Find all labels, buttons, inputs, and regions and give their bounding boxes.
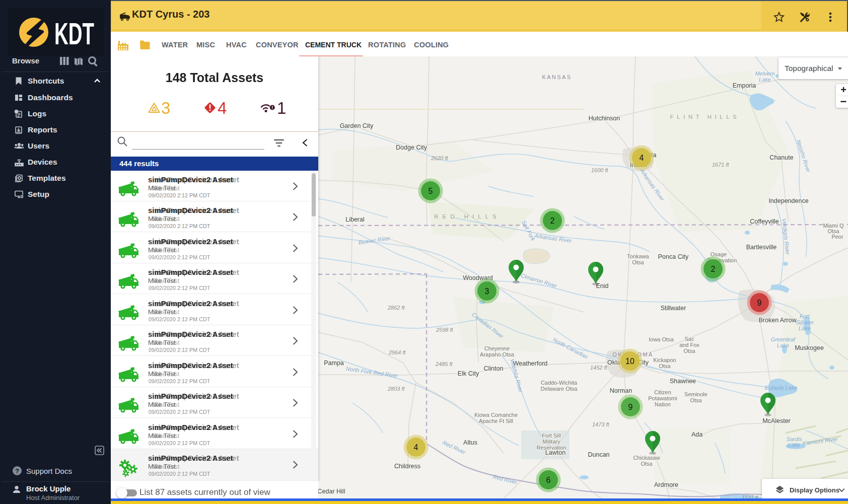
svg-text:3: 3: [485, 287, 489, 296]
svg-text:Garden City: Garden City: [340, 122, 374, 129]
svg-text:Stillwater: Stillwater: [661, 305, 686, 312]
svg-text:Cedar Hill: Cedar Hill: [318, 488, 345, 495]
svg-text:Duncan: Duncan: [588, 451, 609, 458]
svg-text:Ardmore: Ardmore: [654, 481, 678, 488]
svg-text:4: 4: [640, 154, 644, 162]
svg-text:Sardis: Sardis: [786, 436, 802, 442]
svg-text:Emporia: Emporia: [733, 82, 756, 89]
svg-text:Arapaho Otsa: Arapaho Otsa: [480, 351, 515, 357]
svg-text:2: 2: [711, 265, 716, 273]
svg-text:Delaware Otsa: Delaware Otsa: [541, 386, 578, 392]
svg-text:Liberal: Liberal: [345, 216, 365, 223]
svg-text:Kickapoo: Kickapoo: [653, 357, 676, 363]
svg-text:FLINT HILLS: FLINT HILLS: [670, 114, 740, 120]
svg-text:?: ?: [15, 467, 19, 475]
svg-text:Chickasaw: Chickasaw: [633, 455, 660, 461]
svg-text:Otsa: Otsa: [690, 397, 702, 403]
svg-text:Lake: Lake: [759, 77, 771, 83]
svg-text:Lake: Lake: [788, 442, 800, 448]
svg-text:Ponca City: Ponca City: [658, 253, 689, 260]
svg-text:Eufaula Lake: Eufaula Lake: [765, 385, 797, 391]
svg-text:Coffeyville: Coffeyville: [750, 218, 779, 225]
svg-text:Bartlesville: Bartlesville: [746, 244, 776, 251]
svg-text:Weatherford: Weatherford: [513, 360, 548, 367]
svg-text:Shawnee: Shawnee: [670, 378, 696, 385]
svg-text:Greenleaf: Greenleaf: [771, 336, 796, 342]
svg-text:Hutchinson: Hutchinson: [589, 115, 620, 122]
svg-text:Muskogee: Muskogee: [795, 344, 824, 351]
svg-text:Nation: Nation: [655, 401, 671, 407]
svg-text:1452 ft: 1452 ft: [590, 365, 608, 371]
svg-text:1127 ft: 1127 ft: [742, 494, 759, 498]
svg-text:KANSAS: KANSAS: [542, 74, 572, 80]
svg-text:Lake: Lake: [799, 325, 811, 331]
svg-text:Fort Sill: Fort Sill: [542, 433, 560, 439]
svg-text:5: 5: [429, 187, 433, 195]
svg-text:2: 2: [550, 217, 555, 225]
svg-text:Lake: Lake: [777, 342, 789, 348]
svg-text:Fort: Fort: [800, 313, 810, 319]
svg-text:2620 ft: 2620 ft: [431, 155, 449, 161]
svg-text:Broken Arrow: Broken Arrow: [758, 317, 797, 324]
svg-text:McAlester: McAlester: [762, 417, 791, 424]
svg-text:RED HILLS: RED HILLS: [434, 213, 500, 220]
svg-text:Sac: Sac: [685, 336, 694, 342]
svg-text:Seminole: Seminole: [684, 391, 708, 397]
svg-text:2964 ft: 2964 ft: [388, 349, 406, 355]
svg-text:Apache Ft Sill: Apache Ft Sill: [479, 418, 513, 424]
svg-text:Ada: Ada: [691, 431, 702, 438]
svg-text:2485 ft: 2485 ft: [435, 361, 453, 367]
svg-text:Potawatomi: Potawatomi: [648, 395, 677, 401]
svg-text:Elk City: Elk City: [458, 370, 479, 377]
svg-text:10: 10: [625, 357, 634, 366]
svg-text:4: 4: [414, 443, 418, 452]
svg-text:2862 ft: 2862 ft: [387, 305, 405, 311]
svg-text:Kiowa Comanche: Kiowa Comanche: [474, 412, 518, 418]
svg-text:6: 6: [546, 476, 551, 484]
svg-text:9: 9: [757, 299, 762, 307]
svg-text:Peor: Peor: [831, 234, 843, 240]
svg-text:9: 9: [628, 403, 633, 411]
svg-text:Otsa: Otsa: [683, 348, 695, 354]
svg-text:1473 ft: 1473 ft: [592, 421, 610, 427]
svg-text:Citizen: Citizen: [654, 389, 671, 395]
svg-text:Reservation: Reservation: [537, 445, 567, 451]
svg-text:Caddo-Wichita: Caddo-Wichita: [541, 380, 578, 386]
svg-text:Pampa: Pampa: [324, 359, 344, 367]
svg-text:Independence: Independence: [768, 197, 808, 204]
svg-text:Dodge City: Dodge City: [396, 144, 428, 151]
svg-text:Melvern: Melvern: [755, 70, 774, 77]
svg-text:1600 ft: 1600 ft: [591, 167, 609, 173]
svg-text:1671 ft: 1671 ft: [712, 162, 730, 168]
svg-text:Chanute: Chanute: [769, 154, 793, 161]
svg-text:Osage: Osage: [711, 251, 727, 257]
svg-text:Iowa Otsa: Iowa Otsa: [649, 336, 674, 342]
svg-text:Cheyenne: Cheyenne: [484, 345, 510, 351]
svg-text:Gibson: Gibson: [796, 319, 814, 325]
svg-text:Norman: Norman: [610, 387, 632, 394]
svg-text:2803 ft: 2803 ft: [387, 386, 405, 392]
svg-text:Military: Military: [543, 439, 560, 445]
svg-text:Altus: Altus: [463, 439, 477, 446]
svg-text:Tonkawa: Tonkawa: [627, 253, 649, 259]
svg-text:KDT: KDT: [54, 16, 94, 51]
svg-text:Otsa: Otsa: [632, 259, 644, 265]
svg-text:Childress: Childress: [394, 463, 420, 470]
svg-text:2598 ft: 2598 ft: [436, 327, 454, 333]
svg-text:Otsa: Otsa: [641, 461, 653, 467]
svg-text:Otsa: Otsa: [659, 363, 671, 369]
svg-text:and Fox: and Fox: [679, 342, 699, 348]
svg-text:Clinton: Clinton: [484, 365, 504, 372]
